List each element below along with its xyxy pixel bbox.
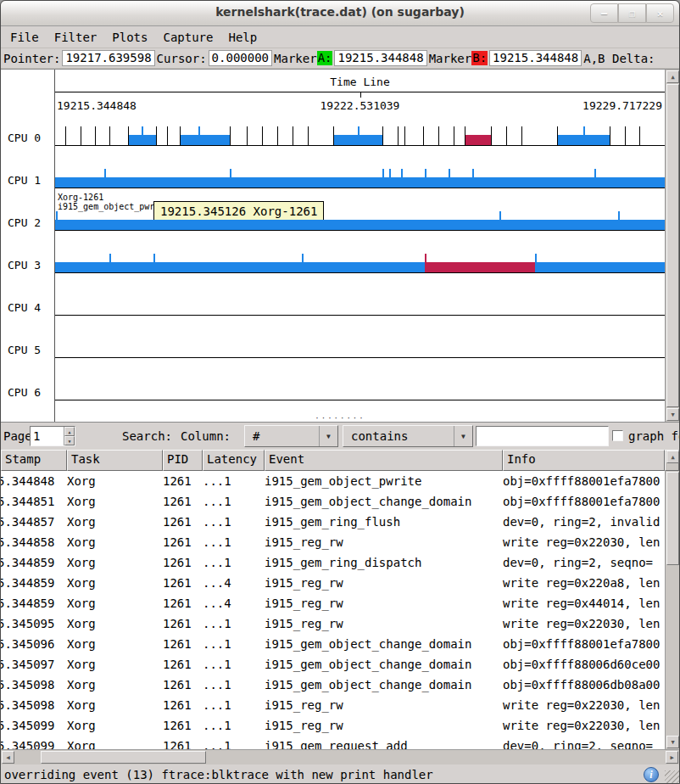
maximize-button[interactable]: ❐	[618, 3, 646, 23]
event-tick-black[interactable]	[95, 126, 96, 145]
event-tick-black[interactable]	[625, 126, 626, 145]
event-tick-black[interactable]	[454, 126, 454, 145]
event-tick-black[interactable]	[465, 126, 465, 145]
event-tick-black[interactable]	[333, 126, 334, 145]
event-tick-blue[interactable]	[109, 254, 111, 272]
event-tick-blue[interactable]	[499, 211, 501, 230]
column-header-pid[interactable]: PID	[163, 450, 203, 471]
event-tick-black[interactable]	[382, 126, 383, 145]
event-tick-black[interactable]	[65, 126, 66, 145]
event-tick-black[interactable]	[404, 126, 405, 145]
scroll-left-icon[interactable]: ◀	[2, 751, 14, 764]
timeline-graph[interactable]: Time Line 19215.344848 19222.531039 1922…	[1, 69, 679, 423]
column-header-info[interactable]: Info	[503, 450, 665, 471]
menu-item-help[interactable]: Help	[220, 29, 265, 46]
marker-b-badge[interactable]: B:	[471, 51, 488, 65]
table-row[interactable]: 5.345095Xorg1261...1i915_reg_rwwrite reg…	[1, 613, 679, 634]
table-vscrollbar[interactable]: ▼	[665, 471, 679, 749]
event-tick-blue[interactable]	[594, 169, 596, 188]
table-row[interactable]: 5.345099Xorg1261...1i915_reg_rwwrite reg…	[1, 715, 679, 736]
table-row[interactable]: 5.344848Xorg1261...1i915_gem_object_pwri…	[1, 471, 679, 491]
graph-vscrollbar[interactable]: ▲ ▼	[665, 70, 679, 422]
event-tick-black[interactable]	[639, 126, 640, 145]
event-tick-blue[interactable]	[583, 126, 585, 145]
timeline-bar-blue[interactable]	[180, 135, 230, 145]
title-bar[interactable]: kernelshark(trace.dat) (on sugarbay) – ❐…	[1, 1, 679, 26]
event-tick-blue[interactable]	[449, 169, 450, 188]
event-tick-black[interactable]	[247, 126, 248, 145]
column-header-stamp[interactable]: Stamp	[1, 450, 67, 471]
event-tick-black[interactable]	[128, 126, 129, 145]
event-tick-blue[interactable]	[425, 169, 426, 188]
menu-item-file[interactable]: File	[3, 29, 47, 46]
table-scroll-thumb[interactable]	[666, 472, 679, 565]
page-spinbox[interactable]: 1 ▲ ▼	[30, 426, 75, 446]
event-tick-black[interactable]	[293, 126, 293, 145]
graph-follows-checkbox[interactable]	[612, 430, 623, 441]
scroll-down-icon[interactable]: ▼	[666, 736, 679, 748]
table-row[interactable]: 5.344859Xorg1261...4i915_reg_rwwrite reg…	[1, 593, 679, 613]
event-tick-blue[interactable]	[618, 211, 620, 230]
spin-down-icon[interactable]: ▼	[64, 436, 75, 445]
event-tick-black[interactable]	[423, 126, 424, 145]
close-button[interactable]: ✕	[646, 3, 674, 23]
resize-grip-icon[interactable]	[665, 770, 679, 784]
timeline-bar-crimson[interactable]	[465, 135, 491, 145]
table-hscroll-thumb[interactable]	[41, 751, 206, 764]
table-row[interactable]: 5.345099Xorg1261...1i915_gem_request_add…	[1, 736, 679, 749]
event-table[interactable]: 5.344848Xorg1261...1i915_gem_object_pwri…	[1, 471, 679, 749]
event-tick-blue[interactable]	[104, 169, 106, 188]
event-tick-blue[interactable]	[535, 254, 537, 272]
scroll-right-icon[interactable]: ▶	[666, 751, 678, 764]
table-row[interactable]: 5.344858Xorg1261...1i915_reg_rwwrite reg…	[1, 532, 679, 552]
event-tick-black[interactable]	[506, 126, 507, 145]
column-select[interactable]: # ▼	[244, 425, 338, 447]
column-header-latency[interactable]: Latency	[203, 450, 265, 471]
timeline-bar-crimson[interactable]	[425, 262, 535, 272]
table-row[interactable]: 5.345098Xorg1261...1i915_reg_rwwrite reg…	[1, 695, 679, 715]
event-tick-black[interactable]	[167, 126, 168, 145]
table-row[interactable]: 5.344859Xorg1261...4i915_reg_rwwrite reg…	[1, 573, 679, 593]
event-tick-black[interactable]	[156, 126, 157, 145]
table-row[interactable]: 5.345097Xorg1261...1i915_gem_object_chan…	[1, 654, 679, 675]
menu-item-plots[interactable]: Plots	[104, 29, 155, 46]
scroll-up-icon[interactable]: ▲	[666, 451, 679, 463]
event-tick-blue[interactable]	[153, 254, 155, 272]
event-tick-crimson[interactable]	[425, 254, 426, 272]
timeline-bar-blue[interactable]	[55, 262, 665, 272]
event-tick-blue[interactable]	[401, 169, 403, 188]
event-tick-black[interactable]	[438, 126, 439, 145]
event-tick-blue[interactable]	[358, 126, 360, 145]
table-row[interactable]: 5.345096Xorg1261...1i915_gem_object_chan…	[1, 634, 679, 654]
event-tick-black[interactable]	[109, 126, 110, 145]
timeline-bar-blue[interactable]	[55, 177, 665, 188]
scroll-up-icon[interactable]: ▲	[666, 70, 679, 83]
event-tick-blue[interactable]	[142, 126, 143, 145]
event-tick-black[interactable]	[521, 126, 522, 145]
event-tick-black[interactable]	[398, 126, 399, 145]
column-header-task[interactable]: Task	[67, 450, 163, 471]
event-tick-black[interactable]	[262, 126, 263, 145]
event-tick-black[interactable]	[557, 126, 558, 145]
table-row[interactable]: 5.344859Xorg1261...1i915_gem_ring_dispat…	[1, 552, 679, 573]
event-tick-blue[interactable]	[472, 169, 474, 188]
event-tick-black[interactable]	[491, 126, 492, 145]
info-icon[interactable]: i	[644, 767, 659, 782]
event-tick-black[interactable]	[230, 126, 231, 145]
search-input[interactable]	[476, 426, 609, 446]
marker-a-badge[interactable]: A:	[317, 51, 333, 65]
table-row[interactable]: 5.344851Xorg1261...1i915_gem_object_chan…	[1, 491, 679, 512]
timeline-bar-blue[interactable]	[55, 220, 665, 230]
event-tick-blue[interactable]	[302, 254, 304, 272]
event-tick-black[interactable]	[81, 126, 81, 145]
column-header-event[interactable]: Event	[265, 450, 503, 471]
event-tick-black[interactable]	[308, 126, 309, 145]
event-tick-black[interactable]	[610, 126, 610, 145]
minimize-button[interactable]: –	[590, 3, 618, 23]
event-tick-blue[interactable]	[56, 211, 58, 230]
spin-up-icon[interactable]: ▲	[64, 427, 75, 436]
pane-resize-handle[interactable]: ········	[1, 415, 679, 422]
event-tick-black[interactable]	[277, 126, 278, 145]
graph-scroll-thumb[interactable]	[666, 84, 679, 407]
table-row[interactable]: 5.345098Xorg1261...1i915_gem_object_chan…	[1, 675, 679, 695]
